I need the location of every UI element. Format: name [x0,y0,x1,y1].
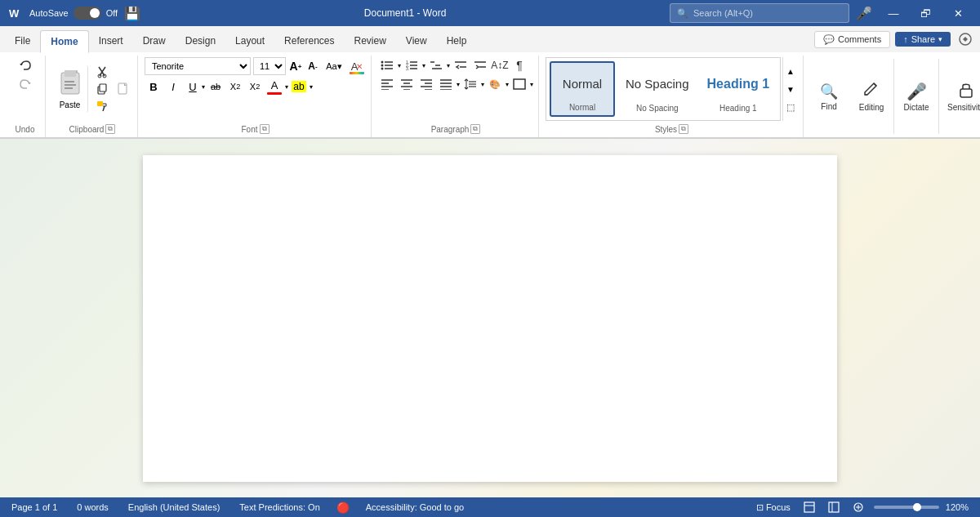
style-no-spacing[interactable]: No Spacing No Spacing [618,61,697,117]
minimize-button[interactable]: — [879,2,908,24]
track-changes-icon[interactable]: 🔴 [336,501,350,514]
bullets-dropdown[interactable]: ▾ [398,62,401,69]
line-spacing-dropdown[interactable]: ▾ [481,81,484,88]
subscript-button[interactable]: X2 [226,78,244,96]
sensitivity-button[interactable]: Sensitivity [941,56,980,137]
multilevel-dropdown[interactable]: ▾ [447,62,450,69]
font-color-button[interactable]: A [265,78,283,96]
text-predictions[interactable]: Text Predictions: On [236,501,323,514]
search-placeholder: Search (Alt+Q) [693,8,753,18]
tab-help[interactable]: Help [437,29,477,52]
tab-home[interactable]: Home [40,30,88,53]
increase-indent-button[interactable] [471,57,489,74]
mic-icon-title[interactable]: 🎤 [856,6,872,21]
change-case-button[interactable]: Aa▾ [323,57,345,75]
document-page[interactable] [143,155,837,482]
print-layout-button[interactable] [800,500,818,515]
autosave-toggle[interactable] [74,7,101,20]
shading-dropdown[interactable]: ▾ [506,81,509,88]
style-heading1-preview: Heading 1 [707,65,769,102]
main-document-area[interactable] [0,139,980,497]
underline-dropdown[interactable]: ▾ [202,83,205,91]
tab-review[interactable]: Review [344,29,395,52]
dictate-button[interactable]: 🎤 Dictate [896,56,937,137]
tab-design[interactable]: Design [176,29,225,52]
save-icon[interactable]: 💾 [124,6,140,21]
editing-dropdown[interactable]: Editing [851,56,892,137]
font-name-select[interactable]: Tenorite [145,57,251,75]
undo-group-label: Undo [10,123,40,136]
language[interactable]: English (United States) [125,501,224,514]
styles-expand-button[interactable]: ⧉ [679,124,688,134]
grow-font-button[interactable]: A+ [288,57,303,75]
zoom-knob[interactable] [913,503,921,511]
highlight-dropdown[interactable]: ▾ [310,83,313,91]
new-document-button[interactable] [114,80,132,98]
style-heading1[interactable]: Heading 1 Heading 1 [700,61,777,117]
font-expand-button[interactable]: ⧉ [260,124,270,134]
format-painter-button[interactable] [93,98,111,114]
tab-view[interactable]: View [396,29,437,52]
sort-button[interactable]: A↕Z [491,57,509,74]
tab-draw[interactable]: Draw [133,29,176,52]
word-count[interactable]: 0 words [74,501,112,514]
shrink-font-button[interactable]: A- [305,57,320,75]
redo-button[interactable] [14,76,37,94]
web-layout-button[interactable] [825,500,843,515]
comments-button[interactable]: 💬 Comments [814,31,890,48]
word-logo-icon: W [7,5,23,21]
shading-button[interactable]: 🎨 [486,76,504,92]
highlight-button[interactable]: ab [290,80,308,93]
border-button[interactable] [510,76,528,92]
multilevel-list-button[interactable] [427,57,445,74]
clipboard-small-buttons [93,64,111,114]
accessibility[interactable]: Accessibility: Good to go [363,501,467,514]
svg-text:3.: 3. [406,66,409,71]
styles-expand[interactable]: ⬚ [783,98,798,116]
styles-scroll-up[interactable]: ▲ [783,62,798,80]
superscript-button[interactable]: X2 [246,78,264,96]
clipboard-expand-button[interactable]: ⧉ [105,124,115,134]
search-box[interactable]: 🔍 Search (Alt+Q) [670,3,849,23]
designer-button[interactable] [956,29,975,49]
decrease-indent-button[interactable] [452,57,470,74]
share-button[interactable]: ↑ Share ▾ [895,32,951,47]
copy-button[interactable] [93,81,111,97]
paste-button[interactable]: Paste [52,65,88,113]
italic-button[interactable]: I [164,78,182,96]
show-paragraph-button[interactable]: ¶ [510,57,528,74]
border-dropdown[interactable]: ▾ [530,81,533,88]
line-spacing-button[interactable] [461,76,479,92]
read-mode-button[interactable] [849,500,867,515]
cut-button[interactable] [93,64,111,80]
undo-button[interactable] [14,57,37,75]
align-right-button[interactable] [417,76,435,92]
font-color-dropdown[interactable]: ▾ [285,83,288,91]
tab-insert[interactable]: Insert [89,29,133,52]
numbering-dropdown[interactable]: ▾ [422,62,425,69]
bold-button[interactable]: B [145,78,163,96]
styles-scroll-down[interactable]: ▼ [783,80,798,98]
focus-button[interactable]: ⊡ Focus [753,501,794,515]
close-button[interactable]: ✕ [944,2,973,24]
align-left-button[interactable] [378,76,396,92]
restore-button[interactable]: 🗗 [911,2,941,24]
page-info[interactable]: Page 1 of 1 [8,501,60,514]
clear-format-button[interactable]: A ✕ [348,57,366,75]
tab-layout[interactable]: Layout [225,29,274,52]
style-normal[interactable]: Normal Normal [550,61,615,117]
underline-button[interactable]: U [184,78,202,96]
tab-file[interactable]: File [5,29,40,52]
zoom-level[interactable]: 120% [942,501,972,514]
justify-dropdown[interactable]: ▾ [457,81,460,88]
font-size-select[interactable]: 11 [253,57,286,75]
tab-references[interactable]: References [274,29,344,52]
numbering-button[interactable]: 1.2.3. [403,57,421,74]
justify-button[interactable] [437,76,455,92]
strikethrough-button[interactable]: ab [207,78,225,96]
find-button[interactable]: 🔍 Find [808,56,849,137]
paragraph-expand-button[interactable]: ⧉ [470,124,480,134]
align-center-button[interactable] [398,76,416,92]
zoom-slider[interactable] [874,506,939,509]
bullets-button[interactable] [378,57,396,74]
